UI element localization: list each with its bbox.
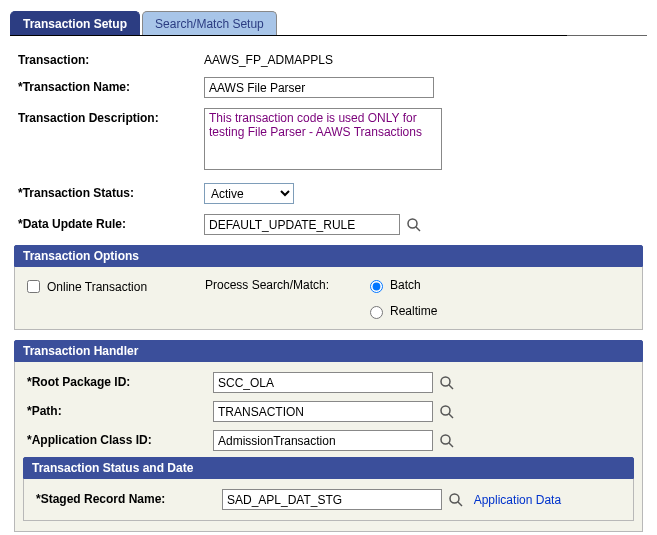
batch-radio-label: Batch (390, 278, 421, 292)
realtime-radio-label: Realtime (390, 304, 437, 318)
process-search-match-label: Process Search/Match: (205, 277, 365, 292)
transaction-status-label: *Transaction Status: (14, 183, 204, 200)
svg-point-4 (441, 406, 450, 415)
data-update-rule-label: *Data Update Rule: (14, 214, 204, 231)
svg-line-7 (449, 443, 453, 447)
svg-point-6 (441, 435, 450, 444)
application-class-id-input[interactable] (213, 430, 433, 451)
transaction-status-date-body: *Staged Record Name: Application Data (23, 479, 634, 521)
transaction-description-label: Transaction Description: (14, 108, 204, 125)
transaction-name-label: *Transaction Name: (14, 77, 204, 94)
tab-bar: Transaction Setup Search/Match Setup (10, 10, 647, 36)
transaction-value: AAWS_FP_ADMAPPLS (204, 50, 333, 67)
transaction-handler-body: *Root Package ID: *Path: *Application Cl… (14, 362, 643, 532)
svg-point-0 (408, 219, 417, 228)
svg-line-3 (449, 385, 453, 389)
lookup-icon[interactable] (439, 433, 455, 449)
transaction-handler-header: Transaction Handler (14, 340, 643, 362)
application-class-id-label: *Application Class ID: (23, 430, 213, 447)
root-package-id-label: *Root Package ID: (23, 372, 213, 389)
staged-record-name-label: *Staged Record Name: (32, 489, 222, 506)
content-area: Transaction: AAWS_FP_ADMAPPLS *Transacti… (10, 36, 647, 535)
transaction-label: Transaction: (14, 50, 204, 67)
lookup-icon[interactable] (448, 492, 464, 508)
transaction-status-date-header: Transaction Status and Date (23, 457, 634, 479)
svg-line-9 (458, 502, 462, 506)
svg-line-1 (416, 227, 420, 231)
realtime-radio[interactable] (370, 306, 383, 319)
staged-record-name-input[interactable] (222, 489, 442, 510)
lookup-icon[interactable] (439, 404, 455, 420)
path-label: *Path: (23, 401, 213, 418)
tab-transaction-setup[interactable]: Transaction Setup (10, 11, 140, 36)
path-input[interactable] (213, 401, 433, 422)
lookup-icon[interactable] (406, 217, 422, 233)
transaction-options-body: Online Transaction Process Search/Match:… (14, 267, 643, 330)
svg-line-5 (449, 414, 453, 418)
lookup-icon[interactable] (439, 375, 455, 391)
application-data-link[interactable]: Application Data (474, 493, 561, 507)
svg-point-2 (441, 377, 450, 386)
transaction-options-header: Transaction Options (14, 245, 643, 267)
root-package-id-input[interactable] (213, 372, 433, 393)
online-transaction-checkbox[interactable] (27, 280, 40, 293)
transaction-name-input[interactable] (204, 77, 434, 98)
batch-radio[interactable] (370, 280, 383, 293)
transaction-status-select[interactable]: Active (204, 183, 294, 204)
data-update-rule-input[interactable] (204, 214, 400, 235)
svg-point-8 (450, 494, 459, 503)
transaction-description-textarea[interactable]: This transaction code is used ONLY for t… (204, 108, 442, 170)
tab-search-match-setup[interactable]: Search/Match Setup (142, 11, 277, 36)
online-transaction-label: Online Transaction (47, 280, 147, 294)
